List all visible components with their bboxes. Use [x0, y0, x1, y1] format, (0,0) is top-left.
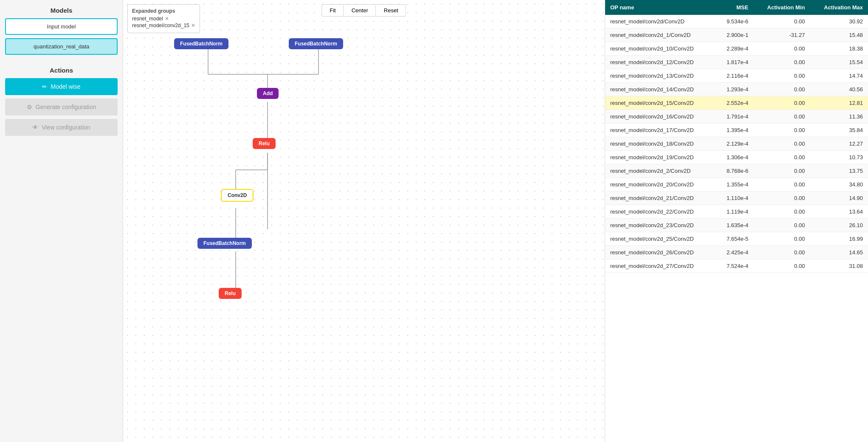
cell-activation-min: 0.00 — [753, 205, 810, 219]
table-row[interactable]: resnet_model/conv2d_16/Conv2D 1.791e-4 0… — [605, 110, 868, 124]
cell-op-name: resnet_model/conv2d_14/Conv2D — [605, 83, 716, 96]
node-fusedbatchnorm-3[interactable]: FusedBatchNorm — [197, 238, 252, 249]
expanded-groups-panel: Expanded groups resnet_model ✕ resnet_mo… — [127, 4, 200, 33]
cell-activation-min: 0.00 — [753, 96, 810, 110]
reset-button[interactable]: Reset — [376, 4, 406, 17]
cell-activation-max: 14.74 — [810, 69, 868, 83]
cell-activation-max: 34.80 — [810, 178, 868, 191]
table-row[interactable]: resnet_model/conv2d_18/Conv2D 2.129e-4 0… — [605, 137, 868, 151]
cell-op-name: resnet_model/conv2d/Conv2D — [605, 15, 716, 28]
cell-mse: 1.293e-4 — [716, 83, 753, 96]
cell-activation-min: 0.00 — [753, 56, 810, 69]
node-fusedbatchnorm-2[interactable]: FusedBatchNorm — [289, 38, 343, 49]
cell-op-name: resnet_model/conv2d_16/Conv2D — [605, 110, 716, 124]
table-row[interactable]: resnet_model/conv2d_26/Conv2D 2.425e-4 0… — [605, 246, 868, 259]
expanded-group-label-1: resnet_model/conv2d_15 — [132, 23, 189, 28]
cell-activation-min: 0.00 — [753, 232, 810, 246]
center-button[interactable]: Center — [344, 4, 376, 17]
table-row[interactable]: resnet_model/conv2d_12/Conv2D 1.817e-4 0… — [605, 56, 868, 69]
graph-area: Expanded groups resnet_model ✕ resnet_mo… — [123, 0, 605, 442]
table-row[interactable]: resnet_model/conv2d_22/Conv2D 1.119e-4 0… — [605, 205, 868, 219]
cell-mse: 1.791e-4 — [716, 110, 753, 124]
cell-activation-max: 30.92 — [810, 15, 868, 28]
view-config-button[interactable]: 👁 View configuration — [5, 119, 118, 136]
close-expanded-group-1-button[interactable]: ✕ — [191, 23, 195, 28]
cell-mse: 1.355e-4 — [716, 178, 753, 191]
cell-mse: 7.654e-5 — [716, 232, 753, 246]
model-wise-button[interactable]: ✏ Model wise — [5, 78, 118, 95]
cell-op-name: resnet_model/conv2d_26/Conv2D — [605, 246, 716, 259]
table-row[interactable]: resnet_model/conv2d_20/Conv2D 1.355e-4 0… — [605, 178, 868, 191]
cell-activation-min: 0.00 — [753, 42, 810, 56]
cell-op-name: resnet_model/conv2d_13/Conv2D — [605, 69, 716, 83]
table-row[interactable]: resnet_model/conv2d_25/Conv2D 7.654e-5 0… — [605, 232, 868, 246]
models-title: Models — [5, 7, 118, 14]
cell-mse: 2.425e-4 — [716, 246, 753, 259]
table-row[interactable]: resnet_model/conv2d_19/Conv2D 1.306e-4 0… — [605, 151, 868, 164]
cell-activation-max: 18.38 — [810, 42, 868, 56]
table-row[interactable]: resnet_model/conv2d_1/Conv2D 2.900e-1 -3… — [605, 28, 868, 42]
table-row[interactable]: resnet_model/conv2d_27/Conv2D 7.524e-4 0… — [605, 259, 868, 273]
table-row[interactable]: resnet_model/conv2d/Conv2D 9.534e-6 0.00… — [605, 15, 868, 28]
generate-config-button[interactable]: ⚙ Generate configuration — [5, 99, 118, 115]
cell-mse: 2.900e-1 — [716, 28, 753, 42]
cell-activation-min: 0.00 — [753, 191, 810, 205]
cell-activation-min: 0.00 — [753, 15, 810, 28]
cell-activation-min: 0.00 — [753, 69, 810, 83]
cell-mse: 2.129e-4 — [716, 137, 753, 151]
input-model-button[interactable]: Input model — [5, 18, 118, 35]
table-row[interactable]: resnet_model/conv2d_21/Conv2D 1.110e-4 0… — [605, 191, 868, 205]
table-area: OP name MSE Activation Min Activation Ma… — [605, 0, 868, 442]
table-row[interactable]: resnet_model/conv2d_23/Conv2D 1.635e-4 0… — [605, 219, 868, 232]
node-fusedbatchnorm-1[interactable]: FusedBatchNorm — [174, 38, 228, 49]
cell-activation-max: 40.56 — [810, 83, 868, 96]
col-op-name: OP name — [605, 0, 716, 15]
node-relu-2[interactable]: Relu — [219, 288, 242, 299]
table-row[interactable]: resnet_model/conv2d_14/Conv2D 1.293e-4 0… — [605, 83, 868, 96]
cell-activation-max: 15.48 — [810, 28, 868, 42]
eye-icon: 👁 — [32, 124, 38, 131]
pencil-icon: ✏ — [42, 83, 47, 90]
table-row[interactable]: resnet_model/conv2d_10/Conv2D 2.289e-4 0… — [605, 42, 868, 56]
table-header-row: OP name MSE Activation Min Activation Ma… — [605, 0, 868, 15]
cell-mse: 1.635e-4 — [716, 219, 753, 232]
cell-op-name: resnet_model/conv2d_15/Conv2D — [605, 96, 716, 110]
cell-mse: 1.306e-4 — [716, 151, 753, 164]
table-row[interactable]: resnet_model/conv2d_17/Conv2D 1.395e-4 0… — [605, 124, 868, 137]
cell-activation-min: 0.00 — [753, 137, 810, 151]
close-expanded-group-0-button[interactable]: ✕ — [165, 16, 169, 22]
cell-activation-min: 0.00 — [753, 259, 810, 273]
cell-activation-max: 13.75 — [810, 164, 868, 178]
col-mse: MSE — [716, 0, 753, 15]
node-conv2d[interactable]: Conv2D — [221, 189, 254, 202]
op-table: OP name MSE Activation Min Activation Ma… — [605, 0, 868, 273]
table-row[interactable]: resnet_model/conv2d_2/Conv2D 8.768e-6 0.… — [605, 164, 868, 178]
cell-op-name: resnet_model/conv2d_20/Conv2D — [605, 178, 716, 191]
cell-op-name: resnet_model/conv2d_19/Conv2D — [605, 151, 716, 164]
cell-mse: 1.119e-4 — [716, 205, 753, 219]
cell-activation-max: 13.64 — [810, 205, 868, 219]
fit-button[interactable]: Fit — [321, 4, 344, 17]
cell-mse: 7.524e-4 — [716, 259, 753, 273]
cell-op-name: resnet_model/conv2d_2/Conv2D — [605, 164, 716, 178]
expanded-group-item-1: resnet_model/conv2d_15 ✕ — [132, 23, 195, 28]
quantization-model-button[interactable]: quantization_real_data — [5, 38, 118, 55]
table-row[interactable]: resnet_model/conv2d_15/Conv2D 2.552e-4 0… — [605, 96, 868, 110]
col-activation-max: Activation Max — [810, 0, 868, 15]
cell-op-name: resnet_model/conv2d_12/Conv2D — [605, 56, 716, 69]
node-add[interactable]: Add — [257, 88, 279, 99]
cell-mse: 1.110e-4 — [716, 191, 753, 205]
table-row[interactable]: resnet_model/conv2d_13/Conv2D 2.116e-4 0… — [605, 69, 868, 83]
cell-activation-max: 11.36 — [810, 110, 868, 124]
node-relu-1[interactable]: Relu — [253, 138, 276, 149]
graph-toolbar: Fit Center Reset — [321, 4, 406, 17]
graph-canvas[interactable]: FusedBatchNorm FusedBatchNorm Add Relu C… — [123, 0, 605, 442]
cell-activation-max: 16.99 — [810, 232, 868, 246]
cell-activation-max: 15.54 — [810, 56, 868, 69]
cell-activation-min: 0.00 — [753, 246, 810, 259]
cell-op-name: resnet_model/conv2d_25/Conv2D — [605, 232, 716, 246]
cell-mse: 1.817e-4 — [716, 56, 753, 69]
cell-activation-min: 0.00 — [753, 178, 810, 191]
actions-title: Actions — [5, 67, 118, 74]
cell-op-name: resnet_model/conv2d_22/Conv2D — [605, 205, 716, 219]
